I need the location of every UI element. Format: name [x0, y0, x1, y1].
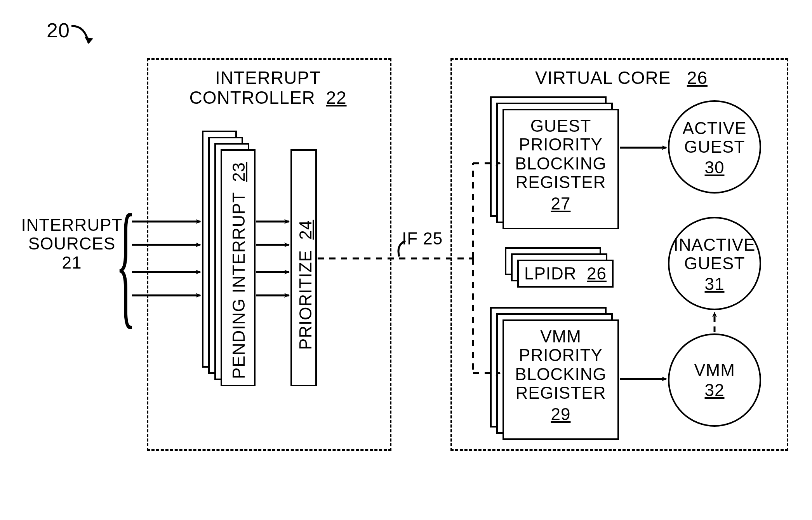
gpbr-num: 27	[551, 194, 571, 213]
gpbr-l2: PRIORITY	[503, 135, 619, 154]
interrupt-controller-title: INTERRUPT CONTROLLER 22	[159, 68, 377, 107]
figure-number: 20	[47, 19, 70, 42]
prioritize-text: PRIORITIZE	[296, 250, 315, 350]
vmm-num: 32	[705, 381, 725, 400]
active-guest-l2: GUEST	[668, 138, 761, 156]
gpbr-l1: GUEST	[503, 117, 619, 135]
prioritize-label: PRIORITIZE 24	[296, 220, 315, 350]
diagram-stage: 20 INTERRUPT SOURCES 21 { INTERRUPT CONT…	[0, 0, 812, 520]
inactive-guest-l2: GUEST	[668, 254, 761, 273]
inactive-guest-l1: INACTIVE	[668, 236, 761, 254]
virtual-core-num: 26	[687, 68, 708, 88]
vpbr-label: VMM PRIORITY BLOCKING REGISTER 29	[503, 327, 619, 424]
gpbr-l4: REGISTER	[503, 173, 619, 192]
interrupt-sources-num: 21	[16, 253, 128, 272]
vpbr-l4: REGISTER	[503, 384, 619, 402]
svg-marker-0	[85, 37, 93, 44]
virtual-core-title-text: VIRTUAL CORE	[535, 68, 671, 88]
vpbr-l2: PRIORITY	[503, 346, 619, 365]
active-guest-label: ACTIVE GUEST 30	[668, 119, 761, 177]
pending-interrupt-label: PENDING INTERRUPT 23	[229, 162, 249, 379]
inactive-guest-num: 31	[705, 275, 725, 293]
interrupt-controller-title-text: INTERRUPT CONTROLLER	[189, 68, 321, 108]
brace-icon: {	[116, 183, 136, 344]
lpidr-label: LPIDR 26	[517, 264, 614, 283]
interface-num: 25	[423, 229, 443, 248]
prioritize-num: 24	[296, 220, 315, 240]
vmm-label: VMM 32	[668, 361, 761, 400]
figure-number-arrow	[69, 21, 100, 52]
vpbr-num: 29	[551, 405, 571, 424]
pending-interrupt-text: PENDING INTERRUPT	[229, 192, 248, 379]
interrupt-sources-label: INTERRUPT SOURCES 21	[16, 216, 128, 272]
lpidr-text: LPIDR	[524, 264, 577, 283]
interrupt-controller-num: 22	[326, 87, 346, 108]
interrupt-sources-line1: INTERRUPT	[16, 216, 128, 234]
pending-interrupt-num: 23	[229, 162, 248, 182]
vpbr-l3: BLOCKING	[503, 365, 619, 384]
inactive-guest-label: INACTIVE GUEST 31	[668, 236, 761, 293]
active-guest-num: 30	[705, 158, 725, 177]
gpbr-label: GUEST PRIORITY BLOCKING REGISTER 27	[503, 117, 619, 213]
gpbr-l3: BLOCKING	[503, 154, 619, 173]
active-guest-l1: ACTIVE	[668, 119, 761, 138]
lpidr-num: 26	[587, 264, 607, 283]
vmm-text: VMM	[668, 361, 761, 379]
interface-hook-icon	[393, 238, 412, 261]
virtual-core-title: VIRTUAL CORE 26	[516, 68, 726, 88]
interrupt-sources-line2: SOURCES	[16, 234, 128, 253]
vpbr-l1: VMM	[503, 327, 619, 346]
interrupt-controller-box	[147, 58, 391, 451]
